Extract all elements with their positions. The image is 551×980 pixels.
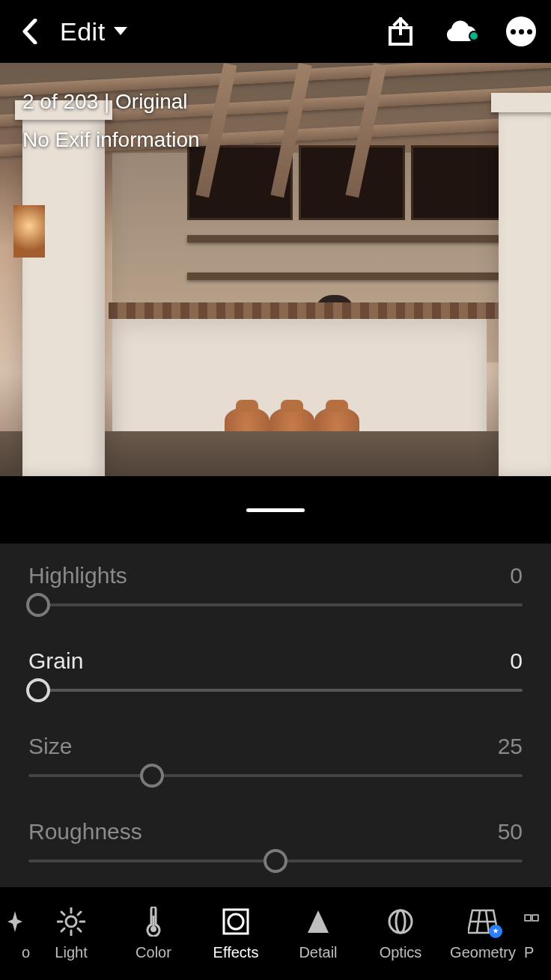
tool-detail[interactable]: Detail xyxy=(277,907,359,961)
tool-auto[interactable]: o xyxy=(0,907,30,961)
caret-down-icon xyxy=(113,26,128,37)
presets-icon xyxy=(524,907,539,937)
slider-value: 0 xyxy=(510,648,523,674)
effects-panel: Highlights 0 Grain 0 Size 25 Roughness 5… xyxy=(0,544,551,887)
photo-decor xyxy=(187,273,509,280)
slider-value: 25 xyxy=(498,734,523,759)
slider-thumb[interactable] xyxy=(26,593,50,617)
svg-line-7 xyxy=(78,928,81,931)
svg-point-1 xyxy=(66,916,76,927)
slider-track[interactable] xyxy=(28,689,523,692)
top-bar: Edit xyxy=(0,0,551,63)
tool-label: P xyxy=(524,944,534,961)
slider-label: Highlights xyxy=(28,563,127,588)
star-badge-icon xyxy=(489,925,502,938)
mode-title: Edit xyxy=(60,17,106,46)
image-meta: 2 of 203 | Original No Exif information xyxy=(22,85,200,157)
image-preview[interactable]: 2 of 203 | Original No Exif information xyxy=(0,63,551,476)
tool-optics[interactable]: Optics xyxy=(359,907,442,961)
share-button[interactable] xyxy=(388,17,413,46)
thermometer-icon xyxy=(138,907,168,937)
tool-strip[interactable]: o Light Color Effects Detail Optics xyxy=(0,887,551,980)
drag-handle-icon xyxy=(246,508,305,512)
sun-icon xyxy=(56,907,86,937)
more-button[interactable] xyxy=(506,16,536,46)
image-exif: No Exif information xyxy=(22,124,200,157)
vignette-icon xyxy=(221,907,251,937)
tool-label: Color xyxy=(136,944,171,961)
svg-rect-17 xyxy=(532,915,538,921)
svg-rect-16 xyxy=(525,915,531,921)
mode-dropdown[interactable]: Edit xyxy=(60,17,128,46)
photo-decor xyxy=(499,108,551,476)
slider-value: 50 xyxy=(498,819,523,844)
lens-icon xyxy=(386,907,415,937)
share-icon xyxy=(388,17,413,46)
image-counter: 2 of 203 | Original xyxy=(22,85,200,119)
back-button[interactable] xyxy=(15,16,45,46)
svg-line-9 xyxy=(61,928,64,931)
photo-decor xyxy=(22,115,105,476)
triangle-icon xyxy=(303,907,333,937)
tool-label: Detail xyxy=(299,944,337,961)
slider-grain: Grain 0 xyxy=(28,648,523,692)
slider-thumb[interactable] xyxy=(264,849,287,873)
tool-label: Optics xyxy=(380,944,422,961)
slider-label: Grain xyxy=(28,648,83,674)
svg-point-15 xyxy=(396,910,405,933)
slider-thumb[interactable] xyxy=(140,764,164,788)
tool-light[interactable]: Light xyxy=(30,907,112,961)
slider-track[interactable] xyxy=(28,774,523,777)
tool-label: o xyxy=(22,944,30,961)
sparkle-icon xyxy=(0,907,30,937)
svg-line-6 xyxy=(61,912,64,915)
photo-decor xyxy=(13,205,45,258)
svg-point-14 xyxy=(389,910,412,933)
dot-icon xyxy=(527,29,532,34)
chevron-left-icon xyxy=(22,19,38,44)
grid-perspective-icon xyxy=(468,907,498,937)
slider-label: Size xyxy=(28,734,72,759)
photo-decor xyxy=(187,235,509,243)
tool-label: Effects xyxy=(213,944,259,961)
tool-label: Light xyxy=(55,944,87,961)
slider-value: 0 xyxy=(510,563,523,588)
slider-label: Roughness xyxy=(28,819,142,844)
topbar-actions xyxy=(388,16,536,46)
svg-line-8 xyxy=(78,912,81,915)
panel-drag-area[interactable] xyxy=(0,476,551,544)
tool-color[interactable]: Color xyxy=(112,907,195,961)
tool-label: Geometry xyxy=(450,944,516,961)
tool-effects[interactable]: Effects xyxy=(195,907,277,961)
slider-thumb[interactable] xyxy=(26,678,50,702)
sync-status-dot xyxy=(469,31,479,41)
tool-presets[interactable]: P xyxy=(524,907,547,961)
slider-track[interactable] xyxy=(28,859,523,862)
slider-highlights: Highlights 0 xyxy=(28,563,523,606)
cloud-sync-button[interactable] xyxy=(443,20,476,43)
slider-roughness: Roughness 50 xyxy=(28,819,523,862)
slider-size: Size 25 xyxy=(28,734,523,777)
tool-geometry[interactable]: Geometry xyxy=(442,907,524,961)
svg-point-13 xyxy=(228,914,243,929)
slider-track[interactable] xyxy=(28,603,523,606)
dot-icon xyxy=(519,29,524,34)
dot-icon xyxy=(511,29,516,34)
